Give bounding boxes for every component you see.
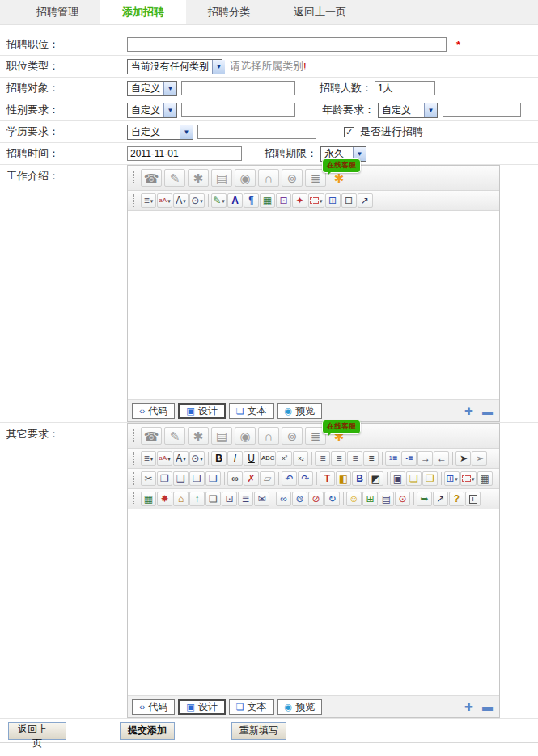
mode-tab-design[interactable]: ▣设计: [178, 403, 225, 419]
grow-editor-button[interactable]: ✚: [464, 701, 473, 713]
italic-button[interactable]: I: [227, 451, 243, 466]
outdent-button[interactable]: ←: [434, 451, 449, 466]
upload-button[interactable]: ↑: [189, 492, 205, 506]
age-input[interactable]: [443, 103, 521, 117]
globe-icon[interactable]: ◉: [235, 169, 256, 187]
table-menu-button[interactable]: ⊞▾: [444, 471, 460, 486]
tab-back[interactable]: 返回上一页: [272, 0, 368, 24]
insert-media-button[interactable]: ⊡: [276, 193, 291, 208]
gender-input[interactable]: [181, 103, 295, 117]
zoom-button[interactable]: ⊙▾: [189, 451, 205, 466]
mode-tab-preview[interactable]: ◉预览: [277, 699, 323, 715]
recruiting-checkbox[interactable]: ✓: [344, 127, 354, 137]
insert-table-button[interactable]: ⊞: [325, 193, 341, 208]
horizontal-rule-button[interactable]: ≣: [238, 492, 253, 506]
panel-card-icon[interactable]: ▤: [211, 169, 232, 187]
recruit-target-select[interactable]: 自定义 ▼: [127, 81, 177, 96]
align-justify-button[interactable]: ≡: [363, 451, 379, 466]
code-doc-button[interactable]: ❏: [205, 492, 221, 506]
container-button[interactable]: ▣: [390, 471, 405, 486]
align-center-button[interactable]: ≡: [331, 451, 346, 466]
highlight-color-button[interactable]: ◧: [336, 471, 351, 486]
phone-icon[interactable]: ☎: [141, 427, 162, 445]
mode-tab-text[interactable]: ❏文本: [229, 403, 274, 419]
send-back-button[interactable]: ❐: [422, 471, 438, 486]
insert-time-button[interactable]: ⊙: [395, 492, 410, 506]
refresh-button[interactable]: ↻: [324, 492, 340, 506]
underline-button[interactable]: U: [244, 451, 259, 466]
font-size-button[interactable]: A▾: [173, 193, 189, 208]
online-service-badge[interactable]: 在线客服: [322, 158, 361, 173]
shrink-editor-button[interactable]: ▬: [482, 701, 493, 713]
gear-icon[interactable]: ✱: [188, 169, 209, 187]
superscript-button[interactable]: x²: [277, 451, 292, 466]
education-input[interactable]: [197, 125, 316, 139]
ordered-list-button[interactable]: 1≣: [385, 451, 400, 466]
align-left-button[interactable]: ≡: [315, 451, 330, 466]
age-select[interactable]: 自定义 ▼: [378, 103, 438, 118]
tab-recruit-manage[interactable]: 招聘管理: [15, 0, 100, 24]
bring-front-button[interactable]: ❏: [406, 471, 422, 486]
phone-icon[interactable]: ☎: [141, 169, 162, 187]
web-link-button[interactable]: ∞: [276, 492, 291, 506]
help-button[interactable]: ?: [449, 492, 464, 506]
cut-button[interactable]: ✂: [141, 471, 156, 486]
headcount-input[interactable]: [375, 81, 435, 95]
font-color-button[interactable]: A: [227, 193, 243, 208]
group-icon[interactable]: ⊚: [282, 427, 303, 445]
unlink-button[interactable]: ⊘: [308, 492, 324, 506]
text-color-button[interactable]: T: [320, 471, 335, 486]
align-right-button[interactable]: ≡: [347, 451, 362, 466]
font-size-button[interactable]: A▾: [173, 451, 189, 466]
marquee-button[interactable]: ✉: [254, 492, 269, 506]
online-service-badge[interactable]: 在线客服: [322, 420, 361, 434]
find-button[interactable]: ∞: [227, 471, 243, 486]
fullscreen-button[interactable]: ↗: [433, 492, 448, 506]
eraser-button[interactable]: ▱: [260, 471, 275, 486]
tools-button[interactable]: ✦: [292, 193, 307, 208]
emoticon-button[interactable]: ☺: [346, 492, 362, 506]
paste-word-button[interactable]: ❒: [205, 471, 221, 486]
signature-pen-icon[interactable]: ✎: [164, 427, 185, 445]
tab-recruit-category[interactable]: 招聘分类: [186, 0, 272, 24]
job-category-select[interactable]: 当前没有任何类别 ▼: [127, 59, 222, 74]
tab-add-recruit[interactable]: 添加招聘: [100, 0, 186, 24]
media-doc-button[interactable]: ⊡: [222, 492, 237, 506]
delete-button[interactable]: ✗: [244, 471, 259, 486]
mode-tab-code[interactable]: ‹›代码: [132, 403, 175, 419]
font-name-button[interactable]: aA▾: [157, 451, 172, 466]
gear-icon[interactable]: ✱: [188, 427, 209, 445]
select-cursor-button[interactable]: ➢: [472, 451, 487, 466]
signature-pen-icon[interactable]: ✎: [164, 169, 185, 187]
recruit-time-input[interactable]: [127, 146, 242, 161]
redo-button[interactable]: ↷: [298, 471, 313, 486]
print-button[interactable]: ⊟: [341, 193, 357, 208]
paragraph-format-button[interactable]: ¶: [244, 193, 259, 208]
paste-button[interactable]: ❑: [173, 471, 189, 486]
undo-button[interactable]: ↶: [282, 471, 297, 486]
mode-tab-design[interactable]: ▣设计: [178, 699, 225, 715]
education-select[interactable]: 自定义 ▼: [127, 125, 193, 140]
mode-tab-code[interactable]: ‹›代码: [132, 699, 175, 715]
dashed-area-button[interactable]: ▾: [460, 471, 477, 486]
subscript-button[interactable]: x₂: [293, 451, 308, 466]
globe-icon[interactable]: ◉: [235, 427, 256, 445]
gradient-button[interactable]: ◩: [368, 471, 383, 486]
edit-mode-button[interactable]: ✎▾: [211, 193, 227, 208]
editor-content-area[interactable]: [128, 509, 499, 696]
submit-button[interactable]: 提交添加: [120, 722, 175, 740]
editor-content-area[interactable]: [128, 211, 499, 400]
mode-tab-preview[interactable]: ◉预览: [277, 403, 323, 419]
job-title-input[interactable]: [127, 37, 447, 52]
insert-flash-button[interactable]: ✸: [157, 492, 172, 506]
export-button[interactable]: ➥: [417, 492, 432, 506]
paragraph-style-button[interactable]: ≡▾: [141, 193, 156, 208]
back-button[interactable]: 返回上一页: [8, 722, 66, 740]
unordered-list-button[interactable]: •≣: [401, 451, 417, 466]
font-name-button[interactable]: aA▾: [157, 193, 172, 208]
strikethrough-button[interactable]: ABC: [260, 451, 276, 466]
headset-icon[interactable]: ∩: [258, 427, 279, 445]
recruit-target-input[interactable]: [181, 81, 295, 95]
bold-button[interactable]: B: [211, 451, 227, 466]
copy-button[interactable]: ❐: [157, 471, 172, 486]
